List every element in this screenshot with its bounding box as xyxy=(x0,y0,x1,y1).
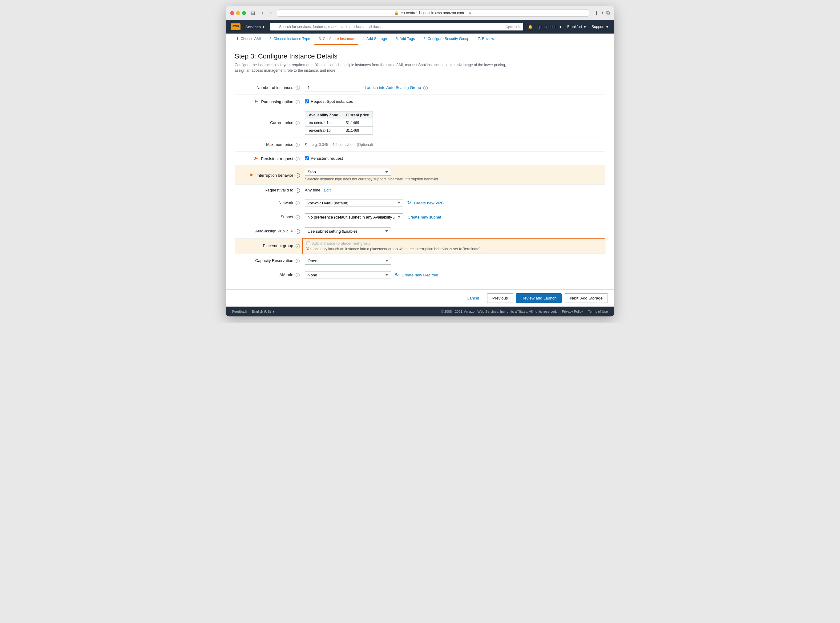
persistent-request-checkbox[interactable] xyxy=(305,157,309,160)
step-4[interactable]: 4. Add Storage xyxy=(358,34,391,44)
request-spot-checkbox[interactable] xyxy=(305,100,309,103)
create-new-iam-role-link[interactable]: Create new IAM role xyxy=(402,273,438,277)
interruption-warning: Selected instance type does not currentl… xyxy=(305,177,603,181)
lock-icon: 🔒 xyxy=(394,11,399,15)
price-table: Availability Zone Current price eu-centr… xyxy=(305,111,373,135)
request-valid-to-value: Any time Edit xyxy=(303,185,605,196)
cancel-button[interactable]: Cancel xyxy=(462,294,484,302)
back-button[interactable]: ‹ xyxy=(260,9,265,16)
step-3[interactable]: 3. Configure Instance xyxy=(314,34,358,44)
sidebar-toggle-button[interactable]: ⊞ xyxy=(249,9,257,17)
user-menu[interactable]: glenn.jocher ▼ xyxy=(537,25,562,29)
network-info-icon[interactable]: i xyxy=(296,201,300,205)
maximize-button[interactable] xyxy=(242,11,246,15)
close-button[interactable] xyxy=(230,11,234,15)
auto-assign-ip-info-icon[interactable]: i xyxy=(296,229,300,234)
subnet-info-icon[interactable]: i xyxy=(296,215,300,219)
create-new-vpc-link[interactable]: Create new VPC xyxy=(414,201,444,205)
next-button[interactable]: Next: Add Storage xyxy=(565,293,608,303)
request-valid-to-edit-link[interactable]: Edit xyxy=(324,188,330,192)
persistent-request-checkbox-row: Persistent request xyxy=(305,156,603,161)
placement-group-checkbox[interactable] xyxy=(306,241,310,246)
subnet-label: Subnet i xyxy=(235,210,303,224)
support-menu[interactable]: Support ▼ xyxy=(591,25,609,29)
placement-group-info-icon[interactable]: i xyxy=(296,244,300,249)
purchasing-option-info-icon[interactable]: i xyxy=(296,100,300,104)
search-shortcut: [Option+S] xyxy=(505,25,521,29)
user-name: glenn.jocher xyxy=(537,25,557,29)
current-price-info-icon[interactable]: i xyxy=(296,121,300,125)
number-of-instances-input[interactable] xyxy=(305,84,360,91)
step-5[interactable]: 5. Add Tags xyxy=(392,34,419,44)
price-val-0: $1.1469 xyxy=(342,119,373,127)
step-6[interactable]: 6. Configure Security Group xyxy=(419,34,474,44)
placement-group-row: Placement group i Add instance to placem… xyxy=(235,238,605,254)
launch-into-asg-info-icon[interactable]: i xyxy=(423,86,428,90)
step-1[interactable]: 1. Choose AMI xyxy=(232,34,265,44)
interruption-behavior-value: Stop Terminate Hibernate Selected instan… xyxy=(303,165,605,185)
interruption-behavior-select[interactable]: Stop Terminate Hibernate xyxy=(305,168,391,176)
launch-into-asg-link[interactable]: Launch into Auto Scaling Group xyxy=(365,85,421,90)
language-chevron-icon: ▼ xyxy=(272,310,275,313)
notification-bell-icon[interactable]: 🔔 xyxy=(528,25,533,29)
auto-assign-ip-select[interactable]: Use subnet setting (Enable) Enable Disab… xyxy=(305,227,391,235)
price-row-0: eu-central-1a $1.1469 xyxy=(305,119,373,127)
capacity-reservation-label: Capacity Reservation i xyxy=(235,254,303,268)
network-select[interactable]: vpc-c9c144a3 (default) xyxy=(305,199,403,207)
new-tab-button[interactable]: + xyxy=(601,10,604,16)
persistent-request-info-icon[interactable]: i xyxy=(296,157,300,161)
terms-of-use-link[interactable]: Terms of Use xyxy=(588,310,608,313)
purchasing-option-value: Request Spot instances xyxy=(303,95,605,108)
browser-titlebar: ⊞ ‹ › 🔒 eu-central-1.console.aws.amazon.… xyxy=(226,6,614,20)
share-button[interactable]: ⬆ xyxy=(594,10,599,16)
feedback-link[interactable]: Feedback xyxy=(232,310,247,313)
traffic-lights xyxy=(230,11,246,15)
auto-assign-ip-value: Use subnet setting (Enable) Enable Disab… xyxy=(303,224,605,238)
interruption-behavior-info-icon[interactable]: i xyxy=(296,173,300,178)
number-of-instances-label: Number of instances i xyxy=(235,81,303,95)
capacity-reservation-select[interactable]: Open None Select existing reservation xyxy=(305,257,391,265)
number-of-instances-info-icon[interactable]: i xyxy=(296,86,300,90)
request-valid-to-info-icon[interactable]: i xyxy=(296,189,300,193)
minimize-button[interactable] xyxy=(236,11,240,15)
capacity-reservation-info-icon[interactable]: i xyxy=(296,259,300,263)
price-zone-1: eu-central-1b xyxy=(305,127,342,135)
iam-role-info-icon[interactable]: i xyxy=(296,273,300,277)
region-menu[interactable]: Frankfurt ▼ xyxy=(567,25,587,29)
step-5-label: 5. Add Tags xyxy=(396,37,415,41)
current-price-label: Current price i xyxy=(235,108,303,138)
placement-group-warning: You can only launch an instance into a p… xyxy=(306,247,602,251)
step-7[interactable]: 7. Review xyxy=(474,34,499,44)
purchasing-option-row: ➤ Purchasing option i Request Spot insta… xyxy=(235,95,605,108)
forward-button[interactable]: › xyxy=(268,9,273,16)
review-and-launch-button[interactable]: Review and Launch xyxy=(516,293,562,303)
iam-role-refresh-icon[interactable]: ↻ xyxy=(395,272,399,277)
iam-role-select[interactable]: None xyxy=(305,271,391,279)
step-2[interactable]: 2. Choose Instance Type xyxy=(265,34,315,44)
max-price-info-icon[interactable]: i xyxy=(296,143,300,147)
services-menu[interactable]: Services ▼ xyxy=(246,25,265,29)
language-selector[interactable]: English (US) ▼ xyxy=(252,310,275,313)
step-4-label: 4. Add Storage xyxy=(362,37,387,41)
footer-right: © 2008 - 2021, Amazon Web Services, Inc.… xyxy=(441,310,608,313)
network-row: Network i vpc-c9c144a3 (default) ↻ Creat… xyxy=(235,196,605,210)
refresh-icon[interactable]: ↻ xyxy=(468,11,471,15)
request-valid-to-label: Request valid to i xyxy=(235,185,303,196)
subnet-select[interactable]: No preference (default subnet in any Ava… xyxy=(305,213,403,221)
address-bar[interactable]: 🔒 eu-central-1.console.aws.amazon.com ↻ xyxy=(277,9,589,17)
region-chevron-icon: ▼ xyxy=(583,25,587,29)
address-text: eu-central-1.console.aws.amazon.com xyxy=(401,11,464,15)
network-refresh-icon[interactable]: ↻ xyxy=(407,200,411,205)
search-input[interactable] xyxy=(270,23,523,31)
tabs-button[interactable]: ⧉ xyxy=(606,10,610,16)
previous-button[interactable]: Previous xyxy=(487,293,513,303)
placement-group-value: Add instance to placement group You can … xyxy=(303,238,605,254)
create-new-subnet-link[interactable]: Create new subnet xyxy=(408,215,441,219)
network-label: Network i xyxy=(235,196,303,210)
aws-footer: Feedback English (US) ▼ © 2008 - 2021, A… xyxy=(226,307,614,316)
privacy-policy-link[interactable]: Privacy Policy xyxy=(562,310,583,313)
iam-role-label: IAM role i xyxy=(235,268,303,282)
capacity-reservation-value: Open None Select existing reservation xyxy=(303,254,605,268)
persistent-request-checkbox-label: Persistent request xyxy=(311,156,343,161)
max-price-input[interactable] xyxy=(309,141,395,148)
